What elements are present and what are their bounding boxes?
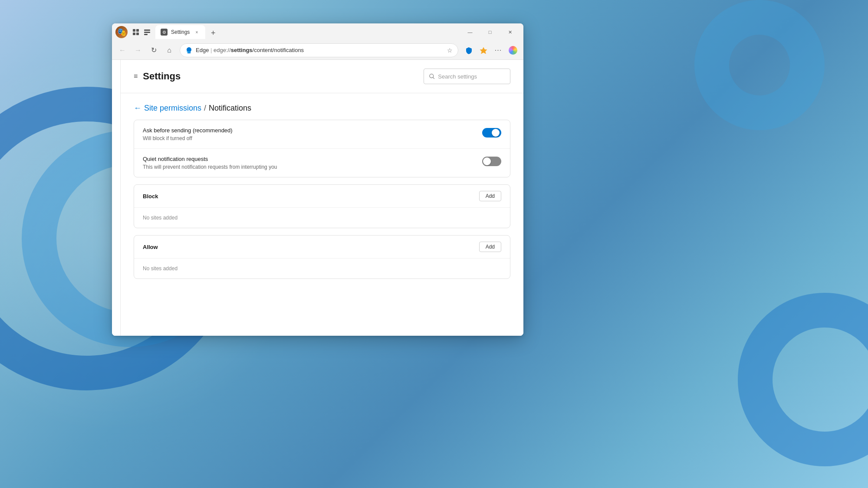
shield-icon[interactable] xyxy=(462,43,476,57)
refresh-icon: ↻ xyxy=(151,46,157,54)
toggle-knob xyxy=(492,129,500,137)
address-url-prefix: edge:// xyxy=(214,47,231,53)
quiet-notifications-label: Quiet notification requests xyxy=(143,156,277,162)
address-url-bold: settings xyxy=(231,47,253,53)
home-icon: ⌂ xyxy=(167,46,171,54)
workspaces-icon[interactable] xyxy=(131,27,141,37)
quiet-notifications-toggle[interactable] xyxy=(482,157,501,166)
forward-arrow-icon: → xyxy=(135,46,141,54)
ask-before-sending-label: Ask before sending (recommended) xyxy=(143,127,233,134)
window-controls: — □ ✕ xyxy=(460,25,520,39)
quiet-notifications-label-group: Quiet notification requests This will pr… xyxy=(143,156,277,170)
collections-icon[interactable] xyxy=(477,43,490,57)
svg-rect-5 xyxy=(144,32,150,33)
settings-content: Ask before sending (recommended) Will bl… xyxy=(121,120,523,299)
breadcrumb: ← Site permissions / Notifications xyxy=(121,93,523,120)
svg-marker-7 xyxy=(480,47,487,54)
quiet-notifications-sublabel: This will prevent notification requests … xyxy=(143,164,277,170)
tab-manager-icon[interactable] xyxy=(142,27,152,37)
address-separator: | xyxy=(209,47,214,53)
settings-header: ≡ Settings xyxy=(121,60,523,93)
svg-rect-1 xyxy=(136,29,139,32)
favorite-icon[interactable]: ☆ xyxy=(447,47,453,54)
allow-section-card: Allow Add No sites added xyxy=(134,235,510,279)
edge-logo-icon xyxy=(185,47,192,54)
block-section-card: Block Add No sites added xyxy=(134,184,510,228)
ask-before-sending-toggle[interactable] xyxy=(482,128,501,138)
copilot-button[interactable] xyxy=(506,43,520,57)
profile-avatar[interactable]: 🎭 xyxy=(115,26,128,38)
breadcrumb-back-button[interactable]: ← xyxy=(134,104,141,113)
search-settings-input[interactable] xyxy=(438,73,505,80)
close-button[interactable]: ✕ xyxy=(500,25,520,39)
new-tab-button[interactable]: + xyxy=(207,27,219,39)
decorative-swirl-3 xyxy=(718,273,868,486)
address-url-path: /content/notifications xyxy=(253,47,304,53)
settings-main: ≡ Settings ← Site permissions / Notifica… xyxy=(121,60,523,336)
hamburger-menu-icon[interactable]: ≡ xyxy=(134,72,138,80)
ask-before-sending-sublabel: Will block if turned off xyxy=(143,135,233,141)
tabs-area: ⚙ Settings × + xyxy=(155,25,458,39)
quiet-notifications-row: Quiet notification requests This will pr… xyxy=(134,149,510,177)
breadcrumb-parent-link[interactable]: Site permissions xyxy=(144,104,201,113)
block-section-header: Block Add xyxy=(134,185,510,208)
allow-add-button[interactable]: Add xyxy=(479,242,501,252)
settings-page-title: Settings xyxy=(143,71,181,82)
toolbar-right: ··· xyxy=(462,43,520,57)
ask-before-sending-row: Ask before sending (recommended) Will bl… xyxy=(134,120,510,149)
block-add-button[interactable]: Add xyxy=(479,191,501,201)
minimize-button[interactable]: — xyxy=(460,25,480,39)
gear-icon: ⚙ xyxy=(162,30,166,35)
svg-rect-0 xyxy=(133,29,135,32)
settings-tab[interactable]: ⚙ Settings × xyxy=(155,25,205,39)
breadcrumb-current-page: Notifications xyxy=(209,104,251,113)
svg-rect-6 xyxy=(144,34,148,35)
address-site-name: Edge xyxy=(196,47,209,53)
navigation-bar: ← → ↻ ⌂ Edge | edge://settings/content/n… xyxy=(112,41,523,60)
allow-empty-message: No sites added xyxy=(134,259,510,278)
search-icon xyxy=(429,73,434,79)
svg-rect-3 xyxy=(136,33,139,35)
address-bar[interactable]: Edge | edge://settings/content/notificat… xyxy=(180,43,458,57)
address-text: Edge | edge://settings/content/notificat… xyxy=(196,47,444,53)
ask-before-sending-label-group: Ask before sending (recommended) Will bl… xyxy=(143,127,233,141)
breadcrumb-separator: / xyxy=(204,104,206,113)
title-bar: 🎭 ⚙ Settings × xyxy=(112,23,523,41)
back-button[interactable]: ← xyxy=(115,43,129,57)
ellipsis-icon: ··· xyxy=(495,46,502,54)
settings-title-area: ≡ Settings xyxy=(134,71,181,82)
decorative-swirl-4 xyxy=(671,0,848,154)
svg-line-9 xyxy=(433,78,434,79)
toggle-knob-2 xyxy=(483,157,491,165)
forward-button[interactable]: → xyxy=(131,43,145,57)
allow-section-title: Allow xyxy=(143,244,158,250)
copilot-icon xyxy=(509,46,517,55)
allow-section-header: Allow Add xyxy=(134,236,510,259)
toggles-card: Ask before sending (recommended) Will bl… xyxy=(134,120,510,177)
back-arrow-icon: ← xyxy=(119,46,126,54)
avatar-image: 🎭 xyxy=(117,27,126,37)
search-settings-container[interactable] xyxy=(424,69,510,84)
refresh-button[interactable]: ↻ xyxy=(147,43,161,57)
block-empty-message: No sites added xyxy=(134,208,510,228)
content-area: ≡ Settings ← Site permissions / Notifica… xyxy=(112,60,523,336)
svg-rect-4 xyxy=(144,29,150,31)
maximize-button[interactable]: □ xyxy=(480,25,500,39)
settings-favicon: ⚙ xyxy=(161,29,168,36)
block-section-title: Block xyxy=(143,193,158,200)
more-tools-button[interactable]: ··· xyxy=(491,43,505,57)
svg-rect-2 xyxy=(133,33,135,35)
browser-window: 🎭 ⚙ Settings × xyxy=(112,23,523,336)
tab-close-button[interactable]: × xyxy=(193,29,200,36)
home-button[interactable]: ⌂ xyxy=(162,43,176,57)
settings-sidebar xyxy=(112,60,121,336)
tab-title: Settings xyxy=(171,29,190,35)
